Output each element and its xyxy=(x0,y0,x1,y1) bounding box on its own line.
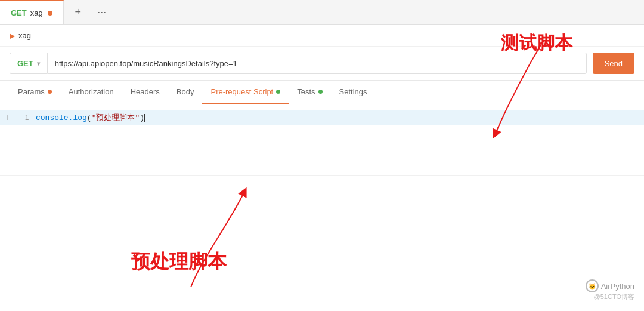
editor-line-1: i 1 console.log("预处理脚本") xyxy=(0,110,644,125)
code-paren-open: ( xyxy=(87,113,92,122)
watermark-logo: 🐱 AirPython xyxy=(586,279,634,292)
line-number: 1 xyxy=(18,113,36,122)
url-input[interactable] xyxy=(47,53,587,74)
tab-headers[interactable]: Headers xyxy=(122,81,168,104)
request-tab-xag[interactable]: GET xag xyxy=(0,0,64,24)
tab-actions: + ··· xyxy=(64,4,116,21)
tab-params[interactable]: Params xyxy=(10,81,60,104)
watermark: 🐱 AirPython @51CTO博客 xyxy=(586,279,634,301)
breadcrumb: ▶ xag xyxy=(10,31,634,40)
annotation-pre: 预处理脚本 xyxy=(131,249,227,275)
line-code: console.log("预处理脚本") xyxy=(36,112,145,123)
url-bar: GET ▾ Send xyxy=(0,47,644,81)
add-tab-button[interactable]: + xyxy=(70,4,86,21)
tab-authorization-label: Authorization xyxy=(69,87,114,96)
line-info: i xyxy=(0,114,18,121)
tests-dot xyxy=(318,90,323,94)
params-dot xyxy=(48,90,52,94)
arrow-pre xyxy=(119,174,268,293)
watermark-sub: @51CTO博客 xyxy=(586,292,634,301)
tab-tests-label: Tests xyxy=(297,87,315,96)
tab-params-label: Params xyxy=(18,87,45,96)
pre-request-dot xyxy=(276,90,280,94)
tab-authorization[interactable]: Authorization xyxy=(60,81,122,104)
tab-headers-label: Headers xyxy=(131,87,160,96)
code-paren-close: ) xyxy=(140,113,144,122)
code-keyword: console.log xyxy=(36,113,87,122)
cursor xyxy=(144,114,145,122)
tab-bar: GET xag + ··· xyxy=(0,0,644,25)
breadcrumb-name: xag xyxy=(18,31,31,40)
request-tabs: Params Authorization Headers Body Pre-re… xyxy=(0,81,644,104)
code-string: "预处理脚本" xyxy=(92,113,140,122)
tab-body[interactable]: Body xyxy=(168,81,203,104)
method-select[interactable]: GET ▾ xyxy=(10,53,47,74)
tab-settings-label: Settings xyxy=(339,87,367,96)
tab-method-label: GET xyxy=(11,8,27,17)
send-button[interactable]: Send xyxy=(593,53,634,74)
breadcrumb-arrow: ▶ xyxy=(10,32,15,40)
tab-tests[interactable]: Tests xyxy=(289,81,330,104)
tab-pre-request-script[interactable]: Pre-request Script xyxy=(202,81,289,104)
tab-dot xyxy=(48,11,52,16)
tab-settings[interactable]: Settings xyxy=(331,81,376,104)
more-tab-button[interactable]: ··· xyxy=(94,4,110,21)
brand-name: AirPython xyxy=(601,282,634,291)
logo-icon: 🐱 xyxy=(586,279,599,292)
method-label: GET xyxy=(17,59,33,68)
tab-pre-request-label: Pre-request Script xyxy=(210,87,273,96)
breadcrumb-bar: ▶ xag xyxy=(0,25,644,47)
editor-area: i 1 console.log("预处理脚本") xyxy=(0,104,644,176)
tab-name-label: xag xyxy=(30,8,43,17)
chevron-down-icon: ▾ xyxy=(37,60,40,67)
tab-body-label: Body xyxy=(177,87,194,96)
